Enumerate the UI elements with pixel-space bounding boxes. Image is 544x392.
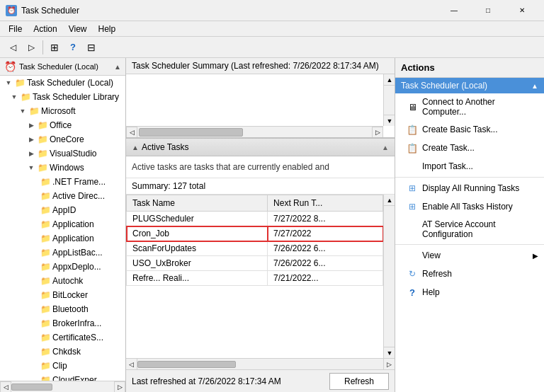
action-create-basic-task[interactable]: 📋 Create Basic Task... xyxy=(395,120,544,139)
left-panel: ⏰ Task Scheduler (Local) ▲ ▼ 📁 Task Sche… xyxy=(0,58,126,392)
actions-header-label: Actions xyxy=(401,62,435,73)
toolbar-view-button[interactable]: ⊞ xyxy=(46,39,63,56)
expand-microsoft[interactable]: ▼ xyxy=(17,105,28,117)
summary-scroll-track[interactable] xyxy=(139,128,370,137)
active-tasks-header[interactable]: ▲ Active Tasks ▲ xyxy=(126,138,395,156)
folder-icon-activedir: 📁 xyxy=(40,190,51,202)
expand-office[interactable]: ▶ xyxy=(26,120,37,131)
menu-file[interactable]: File xyxy=(3,23,28,35)
tree-item-onecore[interactable]: ▶ 📁 OneCore xyxy=(0,132,125,146)
toolbar-help-button[interactable]: ? xyxy=(64,39,81,56)
tree-item-library[interactable]: ▼ 📁 Task Scheduler Library xyxy=(0,90,125,104)
action-enable-history[interactable]: ⊞ Enable All Tasks History xyxy=(395,197,544,216)
table-row[interactable]: Refre... Reali... 7/21/2022... xyxy=(127,271,383,286)
task-name-cell: PLUGScheduler xyxy=(127,212,268,226)
scroll-up-arrow[interactable]: ▲ xyxy=(384,74,395,86)
tree-item-chkdsk[interactable]: 📁 Chkdsk xyxy=(0,345,125,359)
action-at-service[interactable]: AT Service Account Configuration xyxy=(395,216,544,243)
tree-item-windows[interactable]: ▼ 📁 Windows xyxy=(0,161,125,175)
tree-item-visualstudio[interactable]: ▶ 📁 VisualStudio xyxy=(0,146,125,161)
tree-item-brokerinfra[interactable]: 📁 BrokerInfra... xyxy=(0,316,125,330)
table-scroll-right[interactable]: ▷ xyxy=(383,359,395,370)
task-nextrun-cell: 7/27/2022 8... xyxy=(268,212,383,226)
active-tasks-header-left: ▲ Active Tasks xyxy=(132,142,188,152)
table-scroll-up[interactable]: ▲ xyxy=(384,195,395,206)
actions-section-title[interactable]: Task Scheduler (Local) ▲ xyxy=(395,78,544,93)
summary-scroll-right[interactable]: ▷ xyxy=(372,127,383,138)
table-row-highlighted[interactable]: Cron_Job 7/27/2022 xyxy=(127,226,383,241)
folder-icon-appid: 📁 xyxy=(40,204,51,216)
section-scroll-indicator: ▲ xyxy=(382,142,389,152)
tree-item-certificates[interactable]: 📁 CertificateS... xyxy=(0,330,125,345)
table-scroll-left[interactable]: ◁ xyxy=(126,359,137,370)
table-row[interactable]: ScanForUpdates 7/26/2022 6... xyxy=(127,241,383,256)
table-row[interactable]: PLUGScheduler 7/27/2022 8... xyxy=(127,212,383,226)
actions-panel-header: Actions xyxy=(395,58,544,78)
col-next-run: Next Run T... xyxy=(268,195,383,212)
tree-item-applistbac[interactable]: 📁 AppListBac... xyxy=(0,246,125,260)
expand-onecore[interactable]: ▶ xyxy=(26,134,37,145)
summary-v-scrollbar[interactable]: ▲ ▼ xyxy=(383,74,395,126)
folder-icon-application1: 📁 xyxy=(40,219,51,230)
tree-item-netframe[interactable]: 📁 .NET Frame... xyxy=(0,175,125,189)
expand-windows[interactable]: ▼ xyxy=(26,162,37,173)
minimize-button[interactable]: — xyxy=(438,0,470,21)
action-create-task[interactable]: 📋 Create Task... xyxy=(395,139,544,157)
tasks-table: Task Name Next Run T... PLUGScheduler xyxy=(126,195,383,286)
active-tasks-label: Active Tasks xyxy=(142,142,188,152)
action-label-create-task: Create Task... xyxy=(422,143,475,153)
action-display-running[interactable]: ⊞ Display All Running Tasks xyxy=(395,179,544,197)
tree-item-activedir[interactable]: 📁 Active Direc... xyxy=(0,189,125,203)
action-label-enable-history: Enable All Tasks History xyxy=(422,202,513,212)
tree-item-microsoft[interactable]: ▼ 📁 Microsoft xyxy=(0,104,125,118)
expand-local[interactable]: ▼ xyxy=(3,77,14,88)
maximize-button[interactable]: □ xyxy=(472,0,504,21)
tree-item-application1[interactable]: 📁 Application xyxy=(0,217,125,231)
close-button[interactable]: ✕ xyxy=(506,0,538,21)
last-refreshed-label: Last refreshed at 7/26/2022 8:17:34 AM xyxy=(132,376,281,386)
refresh-button[interactable]: Refresh xyxy=(329,373,389,390)
scroll-left-btn[interactable]: ◁ xyxy=(0,381,11,393)
action-import-task[interactable]: Import Task... xyxy=(395,157,544,175)
tree-item-appxdeplo[interactable]: 📁 AppxDeplo... xyxy=(0,260,125,274)
expand-visualstudio[interactable]: ▶ xyxy=(26,148,37,159)
summary-h-scrollbar[interactable]: ◁ ▷ xyxy=(126,126,383,137)
table-v-scrollbar[interactable]: ▲ ▼ xyxy=(383,195,395,358)
center-content: ◁ ▷ ▲ ▼ ▲ Active Tasks xyxy=(126,74,395,369)
action-view[interactable]: View ▶ xyxy=(395,246,544,265)
tree-horizontal-scrollbar[interactable]: ◁ ▷ xyxy=(0,381,125,392)
expand-library[interactable]: ▼ xyxy=(8,91,20,103)
tree-item-local[interactable]: ▼ 📁 Task Scheduler (Local) xyxy=(0,76,125,90)
folder-icon-local: 📁 xyxy=(14,77,26,88)
tree-item-autochk[interactable]: 📁 Autochk xyxy=(0,274,125,288)
menu-view[interactable]: View xyxy=(63,23,93,35)
task-name-cell: ScanForUpdates xyxy=(127,241,268,256)
action-refresh[interactable]: ↻ Refresh xyxy=(395,265,544,283)
folder-icon-appxdeplo: 📁 xyxy=(40,261,51,272)
action-help[interactable]: ? Help xyxy=(395,283,544,301)
tree-content[interactable]: ▼ 📁 Task Scheduler (Local) ▼ 📁 Task Sche… xyxy=(0,76,125,381)
menu-help[interactable]: Help xyxy=(93,23,122,35)
tree-collapse-icon[interactable]: ▲ xyxy=(114,63,121,71)
toolbar: ◁ ▷ ⊞ ? ⊟ xyxy=(0,37,544,58)
tree-item-bitlocker[interactable]: 📁 BitLocker xyxy=(0,288,125,302)
table-row[interactable]: USO_UxBroker 7/26/2022 6... xyxy=(127,256,383,271)
table-h-scrollbar[interactable]: ◁ ▷ xyxy=(126,358,395,369)
menu-action[interactable]: Action xyxy=(28,23,62,35)
toolbar-forward-button[interactable]: ▷ xyxy=(23,39,40,56)
scroll-down-arrow[interactable]: ▼ xyxy=(384,115,395,126)
h-scrollbar-track[interactable] xyxy=(11,383,114,391)
tree-item-bluetooth[interactable]: 📁 Bluetooth xyxy=(0,302,125,316)
toolbar-extra-button[interactable]: ⊟ xyxy=(83,39,100,56)
tree-item-application2[interactable]: 📁 Application xyxy=(0,231,125,246)
action-label-help: Help xyxy=(422,287,440,297)
action-connect-computer[interactable]: 🖥 Connect to Another Computer... xyxy=(395,93,544,120)
tree-item-appid[interactable]: 📁 AppID xyxy=(0,203,125,217)
tree-item-cloudexper[interactable]: 📁 CloudExper... xyxy=(0,373,125,381)
scroll-right-btn[interactable]: ▷ xyxy=(114,381,125,393)
tree-item-clip[interactable]: 📁 Clip xyxy=(0,359,125,373)
table-scroll-down[interactable]: ▼ xyxy=(384,347,395,358)
summary-scroll-left[interactable]: ◁ xyxy=(126,127,137,138)
tree-item-office[interactable]: ▶ 📁 Office xyxy=(0,118,125,132)
toolbar-back-button[interactable]: ◁ xyxy=(4,39,21,56)
